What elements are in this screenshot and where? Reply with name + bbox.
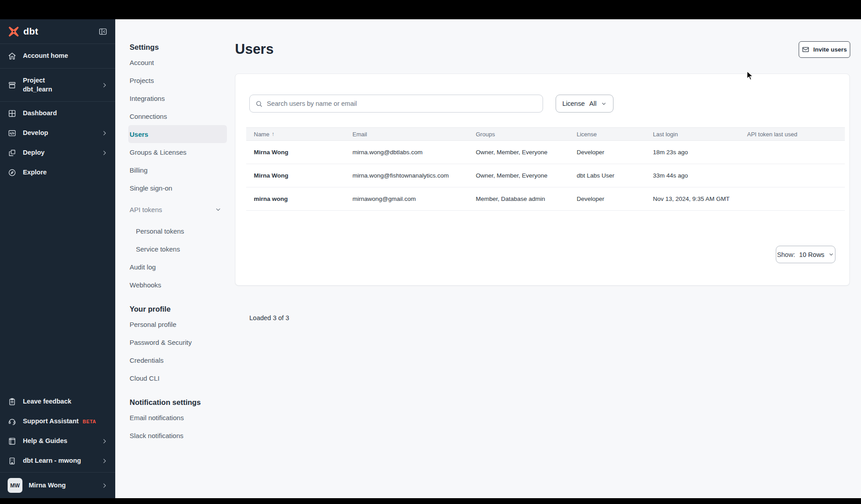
rows-per-page-dropdown[interactable]: Show: 10 Rows xyxy=(776,246,835,263)
column-header-api-token-last-used[interactable]: API token last used xyxy=(747,131,845,138)
settings-nav-item-credentials[interactable]: Credentials xyxy=(128,351,227,369)
chevron-down-icon xyxy=(215,206,222,213)
column-header-last-login[interactable]: Last login xyxy=(653,131,747,138)
sidebar-item-dashboard[interactable]: Dashboard xyxy=(0,104,115,123)
settings-nav-item-label: Cloud CLI xyxy=(130,374,160,382)
settings-nav-item-slack-notifications[interactable]: Slack notifications xyxy=(128,426,227,444)
settings-nav-item-service-tokens[interactable]: Service tokens xyxy=(128,240,227,258)
settings-nav-item-email-notifications[interactable]: Email notifications xyxy=(128,408,227,426)
settings-nav-item-single-sign-on[interactable]: Single sign-on xyxy=(128,179,227,197)
column-header-label: API token last used xyxy=(747,131,797,138)
top-black-bar xyxy=(0,0,861,19)
sidebar-item-dbt-learn-mwong[interactable]: dbt Learn - mwong xyxy=(0,451,115,471)
cell-email: mirnawong@gmail.com xyxy=(352,196,476,202)
sidebar-user-menu[interactable]: MW Mirna Wong xyxy=(0,473,115,498)
develop-icon xyxy=(8,129,17,138)
settings-nav-item-cloud-cli[interactable]: Cloud CLI xyxy=(128,369,227,387)
settings-nav-item-label: Audit log xyxy=(130,263,156,271)
chevron-right-icon xyxy=(101,82,108,88)
explore-icon xyxy=(8,168,17,177)
chevron-right-icon xyxy=(101,438,108,444)
sidebar-item-text: dbt Learn - mwong xyxy=(23,456,95,465)
license-filter-value: All xyxy=(589,100,596,107)
sidebar-item-label: Dashboard xyxy=(23,109,108,118)
sidebar-item-label: Deploy xyxy=(23,148,95,157)
settings-nav-item-label: Connections xyxy=(130,113,167,120)
home-icon xyxy=(8,52,17,61)
envelope-icon xyxy=(802,46,809,53)
sidebar-item-leave-feedback[interactable]: Leave feedback xyxy=(0,392,115,412)
headset-icon xyxy=(8,417,17,426)
book-icon xyxy=(8,437,17,446)
settings-nav-item-label: Email notifications xyxy=(130,414,184,421)
cell-email: mirna.wong@dbtlabs.com xyxy=(352,149,476,156)
cell-groups: Owner, Member, Everyone xyxy=(476,149,577,156)
sidebar-item-label: Help & Guides xyxy=(23,437,95,446)
settings-nav-item-label: Projects xyxy=(130,77,154,84)
cell-name: mirna wong xyxy=(254,196,352,202)
chevron-right-icon xyxy=(101,458,108,464)
sidebar-item-text: Leave feedback xyxy=(23,397,108,406)
settings-nav-item-projects[interactable]: Projects xyxy=(128,71,227,89)
sidebar-item-label: Support AssistantBETA xyxy=(23,417,108,426)
settings-nav-item-integrations[interactable]: Integrations xyxy=(128,89,227,107)
deploy-icon xyxy=(8,148,17,157)
sidebar-item-explore[interactable]: Explore xyxy=(0,163,115,182)
cell-last-login: 33m 44s ago xyxy=(653,172,747,179)
settings-nav-item-audit-log[interactable]: Audit log xyxy=(128,258,227,276)
settings-nav-item-users[interactable]: Users xyxy=(128,125,227,143)
column-header-label: Last login xyxy=(653,131,678,138)
cell-groups: Owner, Member, Everyone xyxy=(476,172,577,179)
sidebar-header: dbt xyxy=(0,19,115,44)
settings-nav-item-password-security[interactable]: Password & Security xyxy=(128,333,227,351)
search-icon xyxy=(255,100,263,108)
table-row[interactable]: Mirna Wongmirna.wong@fishtownanalytics.c… xyxy=(246,164,845,187)
brand-name: dbt xyxy=(23,26,38,37)
column-header-email[interactable]: Email xyxy=(352,131,476,138)
sidebar-item-support-assistant[interactable]: Support AssistantBETA xyxy=(0,412,115,431)
settings-nav-item-connections[interactable]: Connections xyxy=(128,107,227,125)
sidebar-item-account-home[interactable]: Account home xyxy=(0,44,115,69)
license-filter-dropdown[interactable]: License All xyxy=(556,95,613,113)
users-card: License All Name↑EmailGroupsLicenseLast … xyxy=(235,74,850,286)
cell-groups: Member, Database admin xyxy=(476,196,577,202)
invite-users-button[interactable]: Invite users xyxy=(799,41,850,58)
sidebar-item-help-guides[interactable]: Help & Guides xyxy=(0,431,115,451)
chevron-right-icon xyxy=(101,482,108,489)
cell-email: mirna.wong@fishtownanalytics.com xyxy=(352,172,476,179)
settings-nav-item-account[interactable]: Account xyxy=(128,53,227,71)
dbt-logo: dbt xyxy=(8,26,38,38)
settings-section-list: AccountProjectsIntegrationsConnectionsUs… xyxy=(115,52,233,294)
cell-last-login: Nov 13, 2024, 9:35 AM GMT xyxy=(653,196,747,202)
user-name: Mirna Wong xyxy=(29,481,95,490)
sidebar-item-text: Develop xyxy=(23,129,95,138)
sidebar-item-text: Dashboard xyxy=(23,109,108,118)
settings-nav-item-label: Slack notifications xyxy=(130,432,183,439)
column-header-label: Email xyxy=(352,131,367,138)
table-row[interactable]: mirna wongmirnawong@gmail.comMember, Dat… xyxy=(246,187,845,211)
chevron-down-icon xyxy=(601,101,607,107)
sidebar-collapse-icon[interactable] xyxy=(98,27,108,36)
sidebar-item-deploy[interactable]: Deploy xyxy=(0,143,115,163)
search-input[interactable] xyxy=(267,100,537,107)
settings-nav-item-personal-tokens[interactable]: Personal tokens xyxy=(128,222,227,240)
bottom-black-bar xyxy=(0,498,861,504)
column-header-license[interactable]: License xyxy=(577,131,653,138)
settings-nav-item-personal-profile[interactable]: Personal profile xyxy=(128,315,227,333)
column-header-name[interactable]: Name↑ xyxy=(254,131,352,138)
sidebar-item-project[interactable]: Projectdbt_learn xyxy=(0,69,115,102)
sidebar-item-develop[interactable]: Develop xyxy=(0,123,115,143)
license-filter-label: License xyxy=(562,100,585,107)
sidebar-item-label: Projectdbt_learn xyxy=(23,76,95,94)
settings-nav-item-billing[interactable]: Billing xyxy=(128,161,227,179)
settings-nav-item-api-tokens[interactable]: API tokens xyxy=(128,200,227,218)
show-value: 10 Rows xyxy=(799,251,824,258)
sidebar-item-text: Support AssistantBETA xyxy=(23,417,108,426)
settings-nav: SettingsAccountProjectsIntegrationsConne… xyxy=(115,19,233,444)
table-row[interactable]: Mirna Wongmirna.wong@dbtlabs.comOwner, M… xyxy=(246,141,845,164)
settings-nav-item-webhooks[interactable]: Webhooks xyxy=(128,276,227,294)
column-header-groups[interactable]: Groups xyxy=(476,131,577,138)
sidebar-footer-items: Leave feedbackSupport AssistantBETAHelp … xyxy=(0,392,115,471)
settings-section-heading: Your profile xyxy=(115,305,233,313)
settings-nav-item-groups-licenses[interactable]: Groups & Licenses xyxy=(128,143,227,161)
